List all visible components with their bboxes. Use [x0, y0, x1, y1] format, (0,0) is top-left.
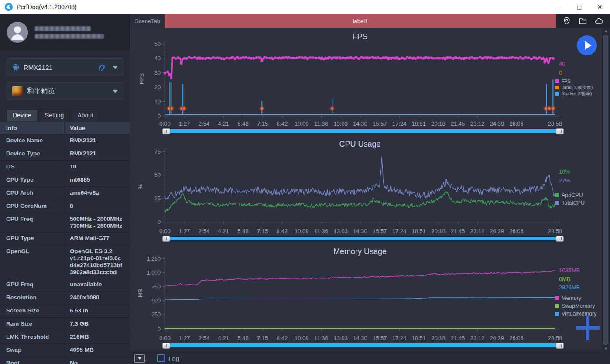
info-cell: CPU Arch	[0, 187, 65, 199]
minimize-button[interactable]: –	[548, 0, 569, 14]
svg-text:0: 0	[158, 219, 161, 225]
scrollbar-thumb[interactable]	[603, 35, 608, 345]
memory-y-axis-label: MB	[137, 289, 144, 298]
add-chart-button[interactable]	[576, 316, 600, 340]
slider-right-handle[interactable]	[556, 343, 564, 349]
device-info-table: Info Value Device NameRMX2121Device Type…	[0, 122, 130, 364]
slider-left-handle[interactable]	[162, 236, 170, 242]
svg-text:10:09: 10:09	[295, 335, 309, 341]
svg-text:0:00: 0:00	[159, 335, 170, 341]
value-cell: ARM Mali-G77	[65, 232, 130, 245]
expand-log-button[interactable]	[134, 354, 145, 363]
info-cell: LMK Threshold	[0, 331, 65, 343]
usb-connection-icon	[97, 62, 106, 72]
app-selector[interactable]: 和平精英	[7, 82, 123, 100]
slider-left-handle[interactable]	[162, 128, 170, 134]
tab-setting[interactable]: Setting	[39, 109, 70, 121]
legend-label: Stutter(卡顿率)	[562, 90, 592, 96]
svg-text:18:51: 18:51	[411, 228, 426, 234]
memory-chart-title: Memory Usage	[165, 247, 555, 256]
vertical-scrollbar[interactable]: ▲ ▼	[602, 28, 610, 352]
cpu-y-axis-label: %	[137, 184, 144, 189]
slider-left-handle[interactable]	[162, 343, 170, 349]
info-cell: Root	[0, 357, 65, 364]
table-row: Screen Size6.53 in	[0, 305, 130, 318]
memory-time-range-slider[interactable]	[162, 343, 564, 349]
log-label: Log	[168, 355, 179, 362]
legend-item: AppCPU	[555, 191, 585, 199]
value-cell: OpenGL ES 3.2 v1.r21p0-01rel0.0c d4e2741…	[65, 245, 130, 278]
person-icon	[7, 22, 28, 43]
location-icon[interactable]	[562, 16, 572, 26]
log-checkbox[interactable]	[157, 354, 165, 362]
svg-text:11:36: 11:36	[314, 335, 328, 341]
cpu-current-values: 18%27%	[559, 168, 570, 185]
svg-text:21:45: 21:45	[451, 335, 465, 341]
info-cell: OS	[0, 161, 65, 173]
cpu-time-range-slider[interactable]	[162, 236, 564, 242]
slider-range-fill	[170, 129, 556, 133]
scene-tab[interactable]: SceneTab	[130, 14, 165, 28]
user-name-redacted	[35, 26, 91, 31]
maximize-button[interactable]: □	[569, 0, 589, 14]
table-row: Device TypeRMX2121	[0, 148, 130, 161]
svg-text:24:39: 24:39	[490, 228, 504, 234]
close-button[interactable]: ×	[589, 0, 610, 14]
svg-text:1:27: 1:27	[179, 120, 190, 127]
slider-right-handle[interactable]	[556, 236, 564, 242]
legend-label: SwapMemory	[562, 302, 595, 310]
current-value: 18%	[559, 168, 570, 176]
svg-text:28:58: 28:58	[548, 120, 562, 127]
folder-icon[interactable]	[578, 16, 588, 26]
bottom-bar: Log	[130, 352, 610, 364]
svg-text:24:39: 24:39	[490, 120, 504, 127]
cloud-icon[interactable]	[594, 16, 604, 26]
svg-text:18:51: 18:51	[411, 335, 426, 341]
svg-text:14:30: 14:30	[353, 228, 367, 234]
legend-label: Jank(卡顿次数)	[562, 84, 593, 90]
fps-current-values: 400	[559, 60, 565, 77]
column-header-info: Info	[0, 122, 65, 134]
caret-down-icon	[138, 357, 141, 360]
info-cell: Swap	[0, 344, 65, 357]
legend-item: Jank(卡顿次数)	[555, 84, 593, 90]
svg-text:2:54: 2:54	[199, 335, 209, 341]
scene-label-tab[interactable]: label1	[165, 14, 556, 28]
fps-chart-title: FPS	[165, 32, 555, 41]
info-cell: CPU Type	[0, 174, 65, 186]
tab-about[interactable]: About	[71, 109, 99, 121]
slider-right-handle[interactable]	[556, 128, 564, 134]
info-cell: Device Name	[0, 134, 65, 147]
svg-text:14:30: 14:30	[353, 120, 367, 127]
app-name-value: 和平精英	[27, 87, 55, 96]
table-row: Ram Size7.3 GB	[0, 318, 130, 331]
svg-text:23:12: 23:12	[470, 335, 485, 341]
svg-text:75: 75	[154, 149, 161, 155]
sidebar-tabs: Device Setting About	[7, 109, 99, 121]
legend-label: AppCPU	[562, 191, 583, 199]
svg-text:13:03: 13:03	[333, 335, 348, 341]
svg-text:13:03: 13:03	[333, 228, 348, 234]
svg-text:8:42: 8:42	[277, 228, 288, 234]
tab-device[interactable]: Device	[7, 109, 38, 121]
device-selector[interactable]: RMX2121	[7, 58, 123, 76]
svg-text:25: 25	[154, 196, 161, 202]
scroll-up-arrow-icon[interactable]: ▲	[602, 28, 610, 34]
play-icon	[585, 41, 592, 50]
svg-text:20:18: 20:18	[431, 228, 446, 234]
value-cell: 216MB	[65, 331, 130, 343]
table-row: OpenGLOpenGL ES 3.2 v1.r21p0-01rel0.0c d…	[0, 245, 130, 278]
scroll-down-arrow-icon[interactable]: ▼	[602, 346, 610, 352]
svg-text:4:21: 4:21	[218, 335, 229, 341]
svg-text:30: 30	[154, 70, 161, 76]
value-cell: 8	[65, 200, 130, 213]
svg-text:40: 40	[154, 55, 161, 62]
scene-toolbar	[556, 14, 610, 28]
svg-text:7:15: 7:15	[257, 335, 268, 341]
play-button[interactable]	[577, 35, 597, 55]
svg-text:14:30: 14:30	[353, 335, 367, 341]
fps-time-range-slider[interactable]	[162, 128, 564, 134]
info-cell: Device Type	[0, 148, 65, 160]
legend-swatch	[555, 312, 559, 316]
slider-range-fill	[170, 237, 556, 240]
